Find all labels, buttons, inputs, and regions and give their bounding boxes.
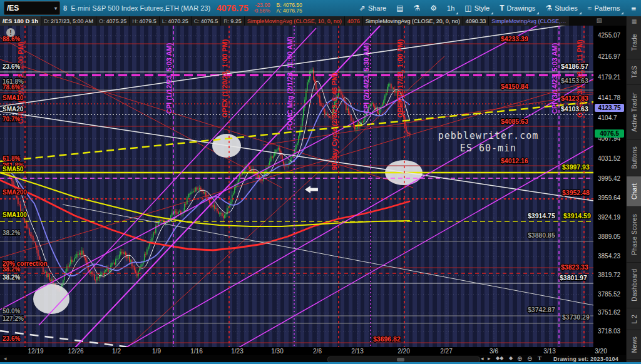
price-level-label: $3801.97 — [560, 274, 587, 281]
toolbar: /ES ▾ 8 E-mini S&P 500 Index Futures,ETH… — [0, 0, 641, 16]
time-tick: 1/2 — [112, 348, 121, 355]
fib-label: SMA20 — [3, 106, 24, 113]
style-button[interactable]: ◫ Style — [459, 0, 495, 16]
price-tick: 4104.7 — [598, 114, 617, 121]
sidebar-tab-news[interactable]: News — [627, 330, 641, 360]
scroll-left-icon[interactable]: ◂ — [481, 355, 484, 361]
candlesticks — [3, 67, 411, 291]
fit-zoom-icon[interactable]: ◆◆ — [496, 355, 503, 361]
time-tick: 2/20 — [397, 348, 409, 355]
sidebar-tab-l-2[interactable]: L 2 — [627, 308, 641, 330]
study-value: 4090.33 — [463, 16, 489, 26]
text-tool-icon: T — [500, 4, 504, 13]
time-tick: 2/27 — [440, 348, 452, 355]
study-legend-item[interactable]: SimpleMovingAvg (CLOSE,… — [489, 16, 568, 26]
fib-label: 38.2% — [3, 274, 20, 281]
ohlc-fields: D:2/17/23, 5:00 AMO:4075.25H:4079.5L:407… — [41, 16, 245, 26]
flask-icon: ⚗ — [414, 4, 421, 13]
scrollbar-handle[interactable] — [397, 358, 404, 361]
ohlc-field: R:9.25 — [221, 16, 244, 26]
price-level-label: $4150.84 — [501, 83, 528, 90]
price-badge: 4123.75 — [595, 104, 624, 112]
price-level-label: $3880.85 — [528, 231, 555, 239]
ohlc-field: L:4070.25 — [160, 16, 191, 26]
text-note-icon[interactable]: T — [538, 355, 541, 361]
zoom-in-icon[interactable]: ⊕ — [517, 355, 522, 362]
fib-label: 23.6% — [3, 63, 20, 70]
price-tick: 3785.52 — [598, 291, 620, 298]
sidebar-tab-label: T&S — [631, 66, 638, 78]
drawings-button[interactable]: T Drawings — [495, 0, 540, 16]
fib-label: 127.2% — [3, 315, 24, 322]
ohlc-field: H:4079.5 — [130, 16, 159, 26]
timeframe-button[interactable]: 1h — [442, 0, 459, 16]
auto-zoom-icon[interactable]: ◆ — [509, 355, 513, 361]
pan-left-icon[interactable]: ◂ — [4, 355, 7, 361]
patterns-button[interactable]: ≈ Patterns — [583, 0, 625, 16]
price-level-label: $3730.29 — [562, 313, 590, 321]
flask-icon: ⚗ — [545, 4, 552, 13]
ellipse-highlights[interactable] — [33, 134, 423, 314]
pattern-wave-icon: ≈ — [588, 4, 592, 13]
drawing-set-label[interactable]: Drawing set: 2023-0104 — [553, 356, 618, 362]
chart-plot-area[interactable]: OPEX (12/16/22, 1:00 PM)CPI (1/12/23, 5:… — [0, 26, 593, 347]
calendar-button[interactable]: ▤ — [391, 0, 408, 16]
quick-study-button[interactable]: ⚗ — [409, 0, 426, 16]
chart-canvas[interactable]: OPEX (12/16/22, 1:00 PM)CPI (1/12/23, 5:… — [0, 26, 593, 347]
zoom-out-icon[interactable]: ⊖ — [527, 355, 532, 362]
time-axis[interactable]: 12/1912/261/21/91/161/231/302/62/132/202… — [0, 347, 626, 355]
gear-icon: ⚙ — [430, 4, 437, 13]
time-tick: 12/26 — [68, 348, 83, 355]
header-corner-icon[interactable]: ▧ — [597, 17, 602, 24]
time-tick: 3/6 — [490, 348, 498, 355]
sidebar-grid-icon[interactable]: ▦ — [627, 16, 641, 26]
study-legend-item[interactable]: SimpleMovingAvg (CLOSE, 10, 0, no) — [245, 16, 344, 26]
chart-watermark: pebblewriter.comES 60-min — [438, 130, 539, 154]
hamburger-icon: ≡ — [631, 4, 636, 13]
link-charts-icon[interactable]: 8 — [63, 4, 67, 12]
ohlc-field: D:2/17/23, 5:00 AM — [41, 16, 96, 26]
change-stack: -23.00 -0.56% — [254, 3, 270, 14]
share-icon: ⇗ — [359, 4, 366, 13]
scroll-right-icon[interactable]: ▸ — [488, 355, 491, 361]
sidebar-tab-phase-scores[interactable]: Phase Scores — [627, 207, 641, 263]
price-level-label: $3742.87 — [528, 306, 555, 313]
sidebar-tab-t-s[interactable]: T&S — [627, 59, 641, 85]
price-level-label: $4153.63 — [561, 77, 588, 84]
menu-button[interactable]: ≡ — [626, 0, 641, 16]
sidebar-tab-label: Active Trader — [631, 93, 638, 132]
sidebar-tab-buttons[interactable]: Buttons — [627, 139, 641, 176]
price-axis[interactable]: 4255.074216.974179.214141.784104.74067.9… — [593, 26, 626, 347]
price-tick: 3718.03 — [598, 328, 620, 335]
studies-button[interactable]: ⚗ Studies — [540, 0, 582, 16]
svg-text:ES 60-min: ES 60-min — [460, 143, 516, 154]
sidebar-tab-label: Trade — [631, 34, 638, 51]
time-tick: 3/13 — [543, 348, 555, 355]
symbol-input[interactable]: /ES ▾ — [4, 1, 60, 15]
price-tick: 3924.19 — [598, 214, 620, 221]
price-level-label: $3914.75 — [528, 212, 555, 220]
bid-ask-stack: B: 4076.50 A: 4076.75 — [277, 3, 302, 14]
sidebar-tab-chart[interactable]: Chart — [627, 176, 641, 207]
price-tick: 4255.07 — [598, 32, 620, 39]
price-tick: 3889.05 — [598, 233, 620, 240]
price-level-label: $3914.59 — [563, 212, 591, 220]
left-arrow-annotation[interactable] — [305, 186, 318, 193]
event-line-label: CPI (1/12/23, 5:03 AM) — [165, 43, 173, 114]
instrument-description: E-mini S&P 500 Index Futures,ETH (MAR 23… — [71, 4, 210, 12]
change-percent: -0.56% — [254, 8, 270, 14]
sidebar-tab-trade[interactable]: Trade — [627, 26, 641, 59]
event-line-label: CPI (3/14/23, 5:03 AM) — [551, 43, 558, 114]
share-button[interactable]: ⇗ Share — [354, 0, 391, 16]
price-level-label: $4233.39 — [501, 35, 528, 43]
price-tick: 4179.21 — [598, 74, 620, 81]
study-legend-item[interactable]: SimpleMovingAvg (CLOSE, 20, 0, no) — [363, 16, 463, 26]
sidebar-tab-active-trader[interactable]: Active Trader — [627, 85, 641, 139]
price-level-label: $4085.63 — [501, 118, 528, 125]
chart-info-icon[interactable]: ! — [6, 28, 15, 37]
settings-button[interactable]: ⚙ — [425, 0, 442, 16]
gridlines — [0, 26, 593, 347]
time-tick: 12/19 — [28, 348, 43, 355]
sidebar-tab-dashboard[interactable]: Dashboard — [627, 263, 641, 308]
price-tick: 4216.97 — [598, 53, 620, 60]
